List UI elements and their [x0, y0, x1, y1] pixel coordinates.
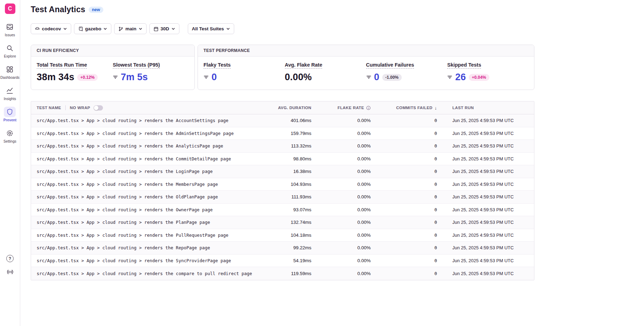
table-row[interactable]: src/App.test.tsx > App > cloud routing >…	[31, 191, 534, 204]
commits-failed-cell: 0	[376, 118, 443, 123]
flake-rate-cell: 0.00%	[317, 156, 376, 161]
metric-value[interactable]: 7m 5s	[121, 72, 148, 83]
new-badge: new	[89, 7, 103, 13]
avg-duration-cell: 104.93ms	[272, 182, 317, 187]
commits-failed-cell: 0	[376, 233, 443, 238]
filter-lines-icon[interactable]	[447, 75, 452, 80]
metric-label[interactable]: Slowest Tests (P95)	[113, 62, 160, 69]
col-flake-rate[interactable]: FLAKE RATE	[338, 106, 364, 110]
test-suites-filter[interactable]: All Test Suites	[188, 23, 234, 34]
org-filter-label: codecov	[42, 26, 61, 31]
date-range-filter[interactable]: 30D	[149, 23, 179, 34]
trend-badge: +0.04%	[469, 74, 489, 81]
table-row[interactable]: src/App.test.tsx > App > cloud routing >…	[31, 140, 534, 153]
avg-duration-cell: 54.19ms	[272, 258, 317, 263]
last-run-cell: Jun 25, 2025 4:59:53 PM UTC	[443, 258, 534, 263]
avg-duration-cell: 132.74ms	[272, 220, 317, 225]
table-row[interactable]: src/App.test.tsx > App > cloud routing >…	[31, 127, 534, 140]
metric-label[interactable]: Cumulative Failures	[366, 62, 414, 69]
test-name-cell: src/App.test.tsx > App > cloud routing >…	[31, 194, 272, 199]
last-run-cell: Jun 25, 2025 4:59:53 PM UTC	[443, 169, 534, 174]
sidebar: C Issues Ex	[0, 0, 20, 326]
sidebar-item-label: Explore	[4, 54, 16, 58]
avg-duration-cell: 104.18ms	[272, 233, 317, 238]
trend-badge: +0.12%	[77, 74, 98, 81]
flake-rate-cell: 0.00%	[317, 194, 376, 199]
table-row[interactable]: src/App.test.tsx > App > cloud routing >…	[31, 165, 534, 178]
col-test-name[interactable]: TEST NAME	[37, 106, 61, 110]
table-row[interactable]: src/App.test.tsx > App > cloud routing >…	[31, 267, 534, 280]
branch-filter[interactable]: main	[114, 23, 147, 34]
filter-bar: codecov gazebo	[31, 23, 534, 34]
chevron-down-icon	[226, 27, 230, 31]
commits-failed-cell: 0	[376, 182, 443, 187]
avg-duration-cell: 98.80ms	[272, 156, 317, 161]
date-range-filter-label: 30D	[161, 26, 169, 31]
info-icon[interactable]	[366, 106, 371, 110]
flake-rate-cell: 0.00%	[317, 245, 376, 250]
metric-label[interactable]: Skipped Tests	[447, 62, 481, 69]
metric-slowest-tests: Slowest Tests (P95) 7m 5s	[113, 62, 189, 83]
sidebar-bottom: ?	[6, 255, 14, 277]
no-wrap-toggle[interactable]	[94, 105, 103, 111]
table-row[interactable]: src/App.test.tsx > App > cloud routing >…	[31, 178, 534, 191]
metric-value[interactable]: 0	[374, 72, 379, 83]
sidebar-item-explore[interactable]: Explore	[4, 43, 16, 58]
metric-label[interactable]: Flaky Tests	[203, 62, 231, 69]
help-icon[interactable]: ?	[6, 255, 14, 262]
test-name-cell: src/App.test.tsx > App > cloud routing >…	[31, 258, 272, 263]
sidebar-item-label: Issues	[5, 33, 15, 37]
repo-filter[interactable]: gazebo	[74, 23, 112, 34]
flake-rate-cell: 0.00%	[317, 258, 376, 263]
sidebar-item-settings[interactable]: Settings	[3, 128, 16, 143]
test-name-cell: src/App.test.tsx > App > cloud routing >…	[31, 143, 272, 149]
table-row[interactable]: src/App.test.tsx > App > cloud routing >…	[31, 242, 534, 255]
sort-desc-icon[interactable]: ↓	[435, 105, 437, 111]
metric-value[interactable]: 0	[212, 72, 217, 83]
sidebar-item-label: Dashboards	[0, 76, 20, 79]
col-last-run[interactable]: LAST RUN	[452, 106, 474, 110]
test-suites-filter-label: All Test Suites	[192, 26, 224, 31]
table-row[interactable]: src/App.test.tsx > App > cloud routing >…	[31, 153, 534, 166]
commits-failed-cell: 0	[376, 207, 443, 212]
table-row[interactable]: src/App.test.tsx > App > cloud routing >…	[31, 229, 534, 242]
sidebar-nav: Issues Explore	[0, 22, 20, 143]
avg-duration-cell: 111.93ms	[272, 194, 317, 199]
metric-label[interactable]: Avg. Flake Rate	[285, 62, 322, 69]
app-logo[interactable]: C	[5, 3, 15, 14]
table-row[interactable]: src/App.test.tsx > App > cloud routing >…	[31, 114, 534, 127]
chart-icon	[4, 85, 16, 96]
repo-icon	[78, 26, 83, 31]
sidebar-item-issues[interactable]: Issues	[4, 22, 16, 37]
test-name-cell: src/App.test.tsx > App > cloud routing >…	[31, 156, 272, 161]
last-run-cell: Jun 25, 2025 4:59:53 PM UTC	[443, 220, 534, 225]
filter-lines-icon[interactable]	[113, 75, 118, 80]
panel-title: TEST PERFORMANCE	[198, 45, 534, 56]
dashboards-icon	[4, 64, 16, 75]
col-commits-failed[interactable]: COMMITS FAILED	[396, 106, 432, 110]
filter-lines-icon[interactable]	[366, 75, 371, 80]
table-row[interactable]: src/App.test.tsx > App > cloud routing >…	[31, 216, 534, 229]
chevron-down-icon	[63, 27, 67, 31]
provider-icon	[35, 26, 40, 31]
app-root: C Issues Ex	[0, 0, 644, 326]
page-header: Test Analytics new	[31, 5, 534, 14]
col-avg-duration[interactable]: AVG. DURATION	[278, 106, 312, 110]
test-name-cell: src/App.test.tsx > App > cloud routing >…	[31, 271, 272, 276]
sidebar-item-dashboards[interactable]: Dashboards	[0, 64, 20, 79]
sidebar-item-label: Insights	[4, 97, 16, 101]
metric-label[interactable]: Total Tests Run Time	[37, 62, 87, 69]
filter-lines-icon[interactable]	[203, 75, 209, 80]
table-row[interactable]: src/App.test.tsx > App > cloud routing >…	[31, 255, 534, 267]
last-run-cell: Jun 25, 2025 4:59:53 PM UTC	[443, 118, 534, 123]
sidebar-item-prevent[interactable]: Prevent	[3, 107, 16, 122]
broadcast-icon[interactable]	[6, 268, 14, 277]
last-run-cell: Jun 25, 2025 4:59:53 PM UTC	[443, 143, 534, 149]
metric-value[interactable]: 26	[455, 72, 466, 83]
table-row[interactable]: src/App.test.tsx > App > cloud routing >…	[31, 204, 534, 217]
header-divider	[65, 105, 66, 110]
org-filter[interactable]: codecov	[31, 23, 71, 34]
flake-rate-cell: 0.00%	[317, 220, 376, 225]
sidebar-item-insights[interactable]: Insights	[4, 85, 16, 101]
flake-rate-cell: 0.00%	[317, 169, 376, 174]
